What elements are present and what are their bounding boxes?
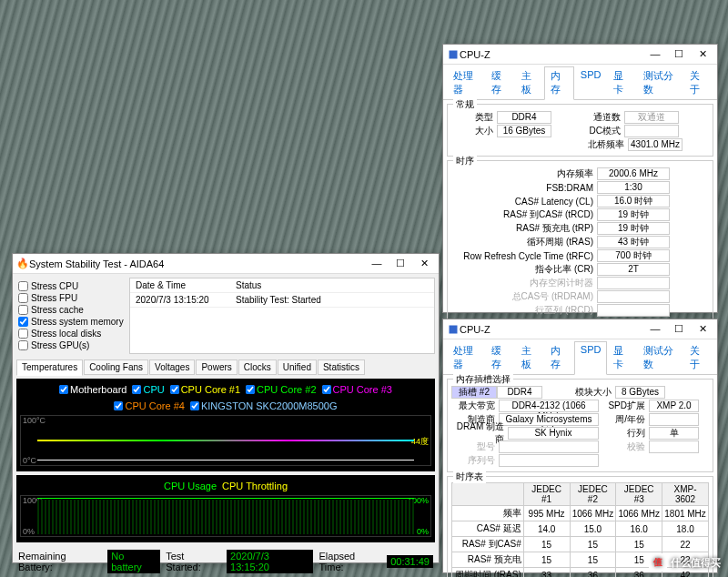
- timings-section: 时序 内存频率2000.6 MHz FSB:DRAM1:30 CAS# Late…: [447, 160, 713, 322]
- temp-chart: 100°C 0°C 44度: [20, 415, 431, 466]
- legend-item: CPU Throttling: [222, 481, 288, 491]
- aida-tab[interactable]: Temperatures: [16, 359, 83, 376]
- aida-titlebar[interactable]: 🔥 System Stability Test - AIDA64 — ☐ ✕: [13, 254, 439, 274]
- cpuz-tab[interactable]: SPD: [574, 66, 608, 99]
- svg-rect-0: [449, 50, 458, 59]
- section-label: 时序: [453, 155, 477, 167]
- table-row: RAS# 到CAS#15151522: [452, 537, 709, 552]
- usage-chart: 100% 0% 100% 0%: [20, 495, 431, 537]
- cpuz-tab[interactable]: 主板: [515, 66, 545, 99]
- cpuz-tab[interactable]: 显卡: [607, 66, 637, 99]
- aida-tab[interactable]: Unified: [278, 359, 317, 375]
- cpuz-spd-window: CPU-Z —☐✕ 处理器缓存主板内存SPD显卡测试分数关于 内存插槽选择 插槽…: [442, 319, 718, 573]
- table-header: JEDEC #3: [616, 483, 662, 506]
- cpuz-tab[interactable]: 关于: [683, 66, 713, 99]
- channels: 双通道: [624, 111, 679, 124]
- legend-item[interactable]: CPU Core #4: [114, 400, 184, 411]
- nb-freq: 4301.0 MHz: [628, 138, 682, 151]
- close-button[interactable]: ✕: [692, 321, 713, 338]
- aida-tab[interactable]: Cooling Fans: [84, 359, 148, 375]
- cpuz-tab[interactable]: 显卡: [607, 341, 637, 374]
- cpuz-tab[interactable]: 缓存: [485, 66, 515, 99]
- smzdm-logo-icon: 值: [649, 553, 667, 572]
- cpuz-tab[interactable]: 内存: [544, 341, 574, 374]
- legend-item[interactable]: CPU Core #3: [322, 384, 392, 395]
- close-button[interactable]: ✕: [692, 46, 713, 63]
- batt-label: Remaining Battery:: [18, 551, 102, 572]
- stress-check[interactable]: Stress cache: [18, 305, 124, 315]
- log-status: Stability Test: Started: [230, 293, 327, 307]
- mem-size: 16 GBytes: [497, 125, 551, 137]
- dram-freq: 2000.6 MHz: [597, 167, 670, 180]
- maximize-button[interactable]: ☐: [389, 256, 411, 272]
- col-date: Date & Time: [130, 278, 230, 292]
- cpuz1-title: CPU-Z: [460, 49, 644, 60]
- cpuz2-titlebar[interactable]: CPU-Z —☐✕: [443, 319, 717, 339]
- cpuz2-title: CPU-Z: [460, 324, 644, 335]
- close-button[interactable]: ✕: [413, 256, 435, 272]
- cpuz-tab[interactable]: 测试分数: [637, 341, 683, 374]
- stress-check[interactable]: Stress local disks: [18, 329, 124, 339]
- cpuz1-titlebar[interactable]: CPU-Z —☐✕: [443, 45, 717, 65]
- cpuz2-tabs: 处理器缓存主板内存SPD显卡测试分数关于: [443, 339, 717, 375]
- cpuz-tab[interactable]: 缓存: [485, 341, 515, 374]
- table-header: XMP-3602: [662, 483, 709, 506]
- elap-label: Elapsed Time:: [318, 551, 381, 572]
- legend-item[interactable]: CPU: [132, 384, 164, 395]
- usage-graph: CPU UsageCPU Throttling 100% 0% 100% 0%: [16, 475, 435, 542]
- slot-section: 内存插槽选择 插槽 #2DDR4模块大小8 GBytes 最大带宽DDR4-21…: [447, 379, 713, 472]
- watermark-text: 什么值得买: [671, 556, 721, 570]
- cpuz-memory-window: CPU-Z —☐✕ 处理器缓存主板内存SPD显卡测试分数关于 常规 类型DDR4…: [442, 44, 718, 313]
- flame-icon: 🔥: [16, 258, 29, 269]
- elap-value: 00:31:49: [387, 555, 433, 568]
- mem-type: DDR4: [497, 111, 551, 124]
- log-date: 2020/7/3 13:15:20: [130, 293, 230, 307]
- cpuz-tab[interactable]: 主板: [515, 341, 545, 374]
- table-row: 频率995 MHz1066 MHz1066 MHz1801 MHz: [452, 506, 709, 521]
- watermark: 值 什么值得买: [649, 553, 721, 572]
- maximize-button[interactable]: ☐: [668, 46, 690, 63]
- section-label: 时序表: [453, 471, 486, 483]
- legend-item: CPU Usage: [164, 481, 217, 491]
- cpuz-icon: [447, 48, 460, 61]
- svg-rect-1: [449, 325, 458, 334]
- legend-item[interactable]: Motherboard: [59, 384, 126, 395]
- aida-statusbar: Remaining Battery: No battery Test Start…: [13, 546, 439, 577]
- stress-check[interactable]: Stress GPU(s): [18, 340, 124, 350]
- stress-check[interactable]: Stress CPU: [18, 281, 124, 291]
- cpuz-tab[interactable]: 关于: [683, 341, 713, 374]
- aida-tab[interactable]: Statistics: [318, 359, 365, 375]
- table-row: CAS# 延迟14.015.016.018.0: [452, 521, 709, 537]
- table-header: JEDEC #1: [523, 483, 570, 506]
- legend-item[interactable]: KINGSTON SKC2000M8500G: [190, 400, 338, 411]
- legend-item[interactable]: CPU Core #2: [246, 384, 316, 395]
- aida-tab[interactable]: Powers: [196, 359, 237, 375]
- minimize-button[interactable]: —: [366, 256, 388, 272]
- legend-item[interactable]: CPU Core #1: [170, 384, 240, 395]
- general-section: 常规 类型DDR4通道数双通道 大小16 GBytesDC模式 北桥频率4301…: [447, 104, 713, 157]
- log-table: Date & TimeStatus 2020/7/3 13:15:20Stabi…: [129, 278, 435, 354]
- cpuz-tab[interactable]: SPD: [574, 341, 608, 375]
- table-header: [452, 483, 524, 506]
- stress-checklist: Stress CPUStress FPUStress cacheStress s…: [16, 278, 126, 354]
- cpuz-tab[interactable]: 测试分数: [637, 66, 683, 99]
- cpuz-tab[interactable]: 内存: [544, 66, 574, 100]
- aida-tab[interactable]: Voltages: [149, 359, 195, 375]
- minimize-button[interactable]: —: [644, 46, 666, 63]
- aida-tabs: TemperaturesCooling FansVoltagesPowersCl…: [13, 358, 439, 375]
- cpuz-tab[interactable]: 处理器: [447, 341, 485, 374]
- section-label: 常规: [453, 98, 477, 111]
- aida-tab[interactable]: Clocks: [238, 359, 277, 375]
- aida-title: System Stability Test - AIDA64: [29, 258, 366, 269]
- stress-check[interactable]: Stress FPU: [18, 293, 124, 303]
- stress-check[interactable]: Stress system memory: [18, 317, 124, 327]
- aida64-window: 🔥 System Stability Test - AIDA64 — ☐ ✕ S…: [12, 253, 440, 563]
- maximize-button[interactable]: ☐: [668, 321, 690, 338]
- table-header: JEDEC #2: [570, 483, 616, 506]
- slot-select[interactable]: 插槽 #2: [451, 386, 497, 399]
- start-label: Test Started:: [166, 551, 221, 572]
- cpuz-tab[interactable]: 处理器: [447, 66, 485, 99]
- batt-value: No battery: [107, 550, 160, 573]
- section-label: 内存插槽选择: [453, 373, 513, 386]
- minimize-button[interactable]: —: [644, 321, 666, 338]
